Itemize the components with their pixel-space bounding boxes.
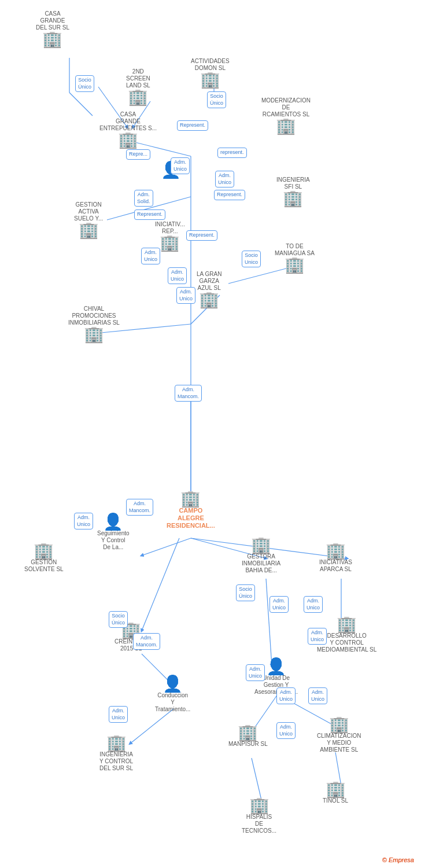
badge-socio-unico-5[interactable]: SocioÚnico bbox=[109, 611, 128, 628]
badge-adm-unico-13[interactable]: Adm.Unico bbox=[276, 722, 296, 739]
badge-adm-unico-11[interactable]: Adm.Unico bbox=[246, 664, 265, 681]
badge-adm-unico-2[interactable]: Adm.Unico bbox=[215, 171, 234, 187]
building-icon-gestora: 🏢 bbox=[251, 537, 271, 553]
building-icon-hispalis: 🏢 bbox=[249, 797, 269, 814]
node-ingenieria-control-sur[interactable]: 🏢 INGENIERIA Y CONTROL DEL SUR SL bbox=[99, 735, 133, 772]
building-icon-entrepuentes: 🏢 bbox=[118, 132, 138, 148]
node-modernizacion[interactable]: MODERNIZACION DE RCAMIENTOS SL 🏢 bbox=[261, 97, 311, 134]
building-icon-gestion-activa: 🏢 bbox=[79, 222, 99, 238]
graph-container: CASA GRANDE DEL SUR SL 🏢 ACTIVIDADES DOM… bbox=[0, 0, 421, 868]
building-icon-modernizacion: 🏢 bbox=[276, 118, 296, 134]
person-icon-conduccion: 👤 bbox=[163, 676, 183, 692]
node-climatizacion[interactable]: 🏢 CLIMATIZACION Y MEDIO AMBIENTE SL bbox=[317, 716, 361, 753]
node-casa-grande-sur[interactable]: CASA GRANDE DEL SUR SL 🏢 bbox=[36, 10, 69, 47]
node-conduccion: 👤 Conduccion Y Tratamiento... bbox=[155, 676, 190, 713]
badge-adm-unico-3[interactable]: Adm.Unico bbox=[141, 248, 160, 264]
building-icon-campo-alegre: 🏢 bbox=[180, 491, 201, 507]
building-icon-actividades-domon: 🏢 bbox=[200, 72, 220, 88]
building-icon-maniagua: 🏢 bbox=[285, 257, 305, 273]
badge-represent-2[interactable]: Repre... bbox=[126, 149, 150, 160]
building-icon-casa-grande-sur: 🏢 bbox=[42, 31, 62, 47]
node-gestion-activa[interactable]: GESTION ACTIVA SUELO Y... 🏢 bbox=[74, 201, 103, 238]
building-icon-tinol: 🏢 bbox=[326, 781, 346, 797]
badge-adm-unico-7[interactable]: Adm.Unico bbox=[269, 596, 289, 613]
node-hispalis[interactable]: 🏢 HISPALIS DE TECNICOS... bbox=[242, 797, 276, 834]
node-iniciativa-rep[interactable]: INICIATIV... REP... 🏢 bbox=[155, 221, 185, 251]
svg-line-12 bbox=[130, 709, 173, 744]
building-icon-screen-land: 🏢 bbox=[128, 89, 148, 105]
badge-represent-1[interactable]: Represent. bbox=[177, 120, 208, 131]
node-gestion-solvente[interactable]: 🏢 GESTION SOLVENTE SL bbox=[24, 543, 64, 573]
node-screen-land[interactable]: 2ND SCREEN LAND SL 🏢 bbox=[126, 68, 150, 105]
node-casa-grande-entrepuentes[interactable]: CASA GRANDE ENTREPUENTES S... 🏢 bbox=[99, 111, 157, 148]
badge-adm-unico-6[interactable]: Adm.Unico bbox=[74, 513, 93, 529]
node-chival[interactable]: CHIVAL PROMOCIONES INMOBILIARIAS SL 🏢 bbox=[68, 306, 120, 343]
node-tinol[interactable]: 🏢 TINOL SL bbox=[323, 781, 348, 804]
copyright-text: © Empresa bbox=[382, 856, 414, 863]
badge-represent-4[interactable]: Represent. bbox=[214, 190, 245, 200]
node-ingenieria-sfi[interactable]: INGENIERIA SFI SL 🏢 bbox=[276, 176, 310, 207]
badge-represent-3[interactable]: represent. bbox=[217, 148, 247, 158]
node-la-gran-garza[interactable]: LA GRAN GARZA AZUL SL 🏢 bbox=[197, 271, 221, 308]
badge-socio-unico-4[interactable]: SocioÚnico bbox=[236, 584, 255, 601]
badge-adm-mancom-1[interactable]: Adm.Mancom. bbox=[175, 385, 202, 402]
building-icon-ingenieria-sfi: 🏢 bbox=[283, 190, 303, 207]
node-gestora-inmobiliaria[interactable]: 🏢 GESTORA INMOBILIARIA BAHIA DE... bbox=[242, 537, 280, 574]
badge-socio-unico-1[interactable]: SocioÚnico bbox=[75, 75, 94, 92]
badge-adm-unico-5[interactable]: Adm.Unico bbox=[176, 287, 195, 304]
node-campo-alegre[interactable]: 🏢 CAMPO ALEGRE RESIDENCIAL... bbox=[167, 491, 215, 530]
building-icon-desarrollo: 🏢 bbox=[337, 616, 357, 632]
svg-line-17 bbox=[266, 579, 272, 665]
badge-socio-unico-3[interactable]: SocioUnico bbox=[242, 251, 261, 267]
badge-adm-unico-4[interactable]: Adm.Unico bbox=[168, 267, 187, 284]
node-manpisur[interactable]: 🏢 MANPISUR SL bbox=[228, 724, 268, 748]
badge-represent-5[interactable]: Represent. bbox=[134, 209, 165, 220]
badge-adm-unico-10[interactable]: Adm.Unico bbox=[109, 706, 128, 723]
building-icon-ingenieria-sur: 🏢 bbox=[106, 735, 127, 751]
building-icon-garza: 🏢 bbox=[199, 292, 219, 308]
person-icon-seguimiento: 👤 bbox=[103, 514, 123, 530]
badge-socio-unico-2[interactable]: SocioÚnico bbox=[207, 91, 226, 108]
badge-adm-mancom-3[interactable]: Adm.Mancom. bbox=[133, 633, 160, 650]
building-icon-solvente: 🏢 bbox=[34, 543, 54, 559]
node-iniciativas-aparca[interactable]: 🏢 INICIATIVAS APARCA SL bbox=[319, 543, 352, 573]
person-icon-unidad: 👤 bbox=[266, 659, 286, 675]
badge-represent-6[interactable]: Represent. bbox=[186, 230, 217, 241]
badge-adm-unico-8[interactable]: Adm.Unico bbox=[304, 596, 323, 613]
svg-line-7 bbox=[142, 538, 191, 556]
node-seguimiento: 👤 Seguimiento Y Control De La... bbox=[97, 514, 130, 551]
svg-line-1 bbox=[69, 93, 93, 116]
badge-adm-unico-9[interactable]: Adm.Unico bbox=[308, 628, 327, 645]
svg-line-10 bbox=[142, 538, 179, 631]
badge-adm-unico-1[interactable]: Adm.Unico bbox=[171, 157, 190, 174]
node-actividades-domon[interactable]: ACTIVIDADES DOMON SL 🏢 bbox=[191, 58, 230, 88]
building-icon-manpisur: 🏢 bbox=[238, 724, 258, 741]
badge-adm-mancom-2[interactable]: Adm.Mancom. bbox=[126, 499, 153, 516]
building-icon-climatizacion: 🏢 bbox=[329, 716, 349, 733]
badge-adm-unico-14[interactable]: Adm.Unico bbox=[308, 687, 327, 704]
building-icon-iniciativa: 🏢 bbox=[160, 235, 180, 251]
badge-adm-solid[interactable]: Adm.Solid. bbox=[134, 190, 153, 207]
node-fomento-maniagua[interactable]: TO DE MANIAGUA SA 🏢 bbox=[275, 243, 315, 273]
badge-adm-unico-12[interactable]: Adm.Unico bbox=[276, 687, 296, 704]
building-icon-chival: 🏢 bbox=[84, 326, 104, 343]
building-icon-aparca: 🏢 bbox=[326, 543, 346, 559]
